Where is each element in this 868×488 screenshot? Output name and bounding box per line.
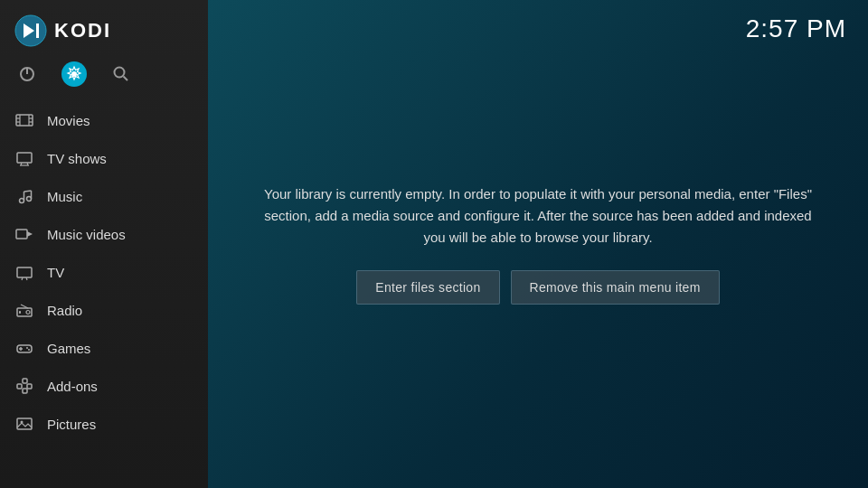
sidebar-item-radio-label: Radio <box>47 303 82 318</box>
svg-point-6 <box>115 68 125 78</box>
clock: 2:57 PM <box>746 14 846 43</box>
sidebar-item-movies-label: Movies <box>47 113 90 128</box>
games-icon <box>14 338 34 358</box>
sidebar-item-addons-label: Add-ons <box>47 379 98 394</box>
search-button[interactable] <box>108 61 134 87</box>
sidebar-item-radio[interactable]: Radio <box>0 291 208 329</box>
sidebar-item-musicvideos[interactable]: Music videos <box>0 215 208 253</box>
sidebar-item-music-label: Music <box>47 189 82 204</box>
sidebar-item-movies[interactable]: Movies <box>0 101 208 139</box>
sidebar-item-music[interactable]: Music <box>0 177 208 215</box>
svg-rect-26 <box>17 267 32 277</box>
enter-files-section-button[interactable]: Enter files section <box>356 270 499 305</box>
sidebar-item-addons[interactable]: Add-ons <box>0 367 208 405</box>
app-header: KODI <box>0 0 208 58</box>
svg-marker-25 <box>27 231 33 237</box>
svg-rect-42 <box>23 389 27 393</box>
power-button[interactable] <box>14 61 40 87</box>
settings-icon <box>65 65 83 83</box>
svg-point-5 <box>71 71 77 77</box>
sidebar-item-games[interactable]: Games <box>0 329 208 367</box>
radio-icon <box>14 300 34 320</box>
svg-point-30 <box>26 311 30 314</box>
sidebar-item-pictures-label: Pictures <box>47 417 96 432</box>
settings-button[interactable] <box>61 61 87 87</box>
tvshows-icon <box>14 148 34 168</box>
pictures-icon <box>14 414 34 434</box>
svg-rect-15 <box>17 153 32 163</box>
sidebar-item-games-label: Games <box>47 341 90 356</box>
main-content: 2:57 PM Your library is currently empty.… <box>208 0 868 488</box>
tv-icon <box>14 262 34 282</box>
top-toolbar <box>0 58 208 101</box>
search-icon <box>112 65 130 83</box>
svg-rect-40 <box>23 379 27 383</box>
power-icon <box>18 65 36 83</box>
sidebar-item-pictures[interactable]: Pictures <box>0 405 208 443</box>
sidebar-item-musicvideos-label: Music videos <box>47 227 126 242</box>
svg-rect-41 <box>27 384 32 389</box>
action-buttons-row: Enter files section Remove this main men… <box>258 270 818 305</box>
sidebar-item-tvshows-label: TV shows <box>47 151 107 166</box>
musicvideos-icon <box>14 224 34 244</box>
sidebar-item-tv-label: TV <box>47 265 64 280</box>
svg-rect-24 <box>16 230 27 239</box>
svg-rect-39 <box>17 384 22 389</box>
remove-menu-item-button[interactable]: Remove this main menu item <box>511 270 720 305</box>
sidebar: KODI <box>0 0 208 488</box>
svg-point-37 <box>26 347 28 349</box>
sidebar-item-tv[interactable]: TV <box>0 253 208 291</box>
svg-line-23 <box>24 191 32 192</box>
library-empty-text: Your library is currently empty. In orde… <box>258 183 818 249</box>
svg-line-7 <box>124 77 128 81</box>
svg-rect-8 <box>16 115 33 126</box>
kodi-logo-icon <box>14 14 47 47</box>
svg-rect-2 <box>36 23 39 38</box>
svg-point-38 <box>28 349 30 351</box>
sidebar-item-tvshows[interactable]: TV shows <box>0 139 208 177</box>
music-icon <box>14 186 34 206</box>
addons-icon <box>14 376 34 396</box>
nav-menu: Movies TV shows Music Music videos TV <box>0 101 208 488</box>
movies-icon <box>14 110 34 130</box>
svg-rect-43 <box>17 418 32 429</box>
app-title: KODI <box>54 19 111 42</box>
empty-library-message: Your library is currently empty. In orde… <box>240 165 836 323</box>
